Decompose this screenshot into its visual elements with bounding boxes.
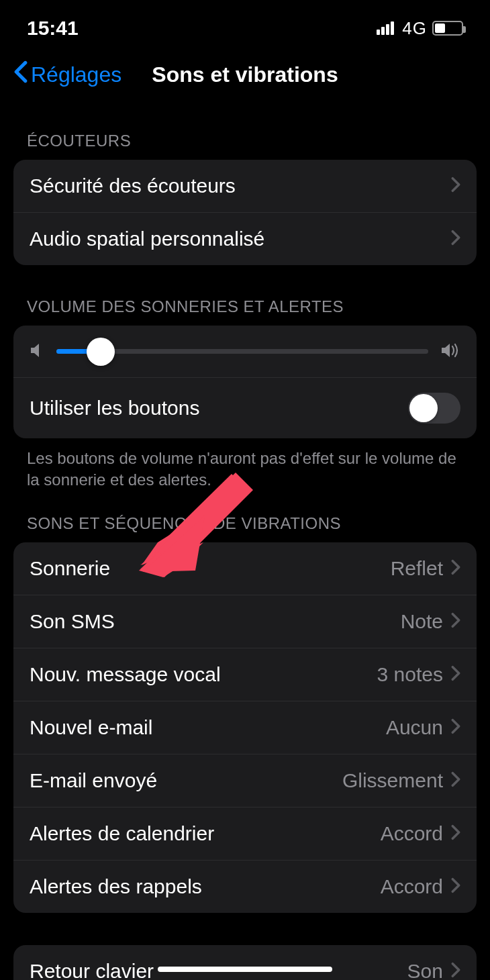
row-label: Utiliser les boutons: [30, 397, 199, 420]
row-voicemail[interactable]: Nouv. message vocal 3 notes: [13, 648, 477, 701]
status-right: 4G: [377, 18, 463, 39]
row-ringtone[interactable]: Sonnerie Reflet: [13, 542, 477, 595]
row-reminder-alerts[interactable]: Alertes des rappels Accord: [13, 860, 477, 913]
section-header-volume: VOLUME DES SONNERIES ET ALERTES: [13, 265, 477, 326]
row-label: Sécurité des écouteurs: [30, 175, 236, 197]
chevron-right-icon: [451, 612, 460, 631]
back-label: Réglages: [31, 62, 121, 87]
group-keyboard: Retour clavier Son: [13, 945, 477, 980]
row-keyboard-feedback[interactable]: Retour clavier Son: [13, 945, 477, 980]
row-value: Son: [407, 960, 443, 980]
row-calendar-alerts[interactable]: Alertes de calendrier Accord: [13, 807, 477, 860]
row-label: Alertes des rappels: [30, 875, 202, 898]
row-label: Audio spatial personnalisé: [30, 228, 264, 250]
row-label: Alertes de calendrier: [30, 822, 214, 845]
row-value: Accord: [381, 822, 443, 845]
chevron-right-icon: [451, 877, 460, 896]
chevron-right-icon: [451, 559, 460, 578]
chevron-right-icon: [451, 230, 460, 248]
slider-thumb[interactable]: [87, 338, 115, 366]
row-value: Reflet: [391, 557, 443, 580]
row-label: E-mail envoyé: [30, 769, 157, 792]
row-new-mail[interactable]: Nouvel e-mail Aucun: [13, 701, 477, 754]
battery-icon: [432, 21, 463, 36]
nav-bar: Réglages Sons et vibrations: [0, 44, 490, 99]
row-label: Retour clavier: [30, 960, 154, 980]
section-footer-volume: Les boutons de volume n'auront pas d'eff…: [13, 438, 477, 491]
group-sounds: Sonnerie Reflet Son SMS Note Nouv. messa…: [13, 542, 477, 913]
row-label: Nouv. message vocal: [30, 663, 221, 686]
row-label: Son SMS: [30, 610, 115, 633]
row-label: Nouvel e-mail: [30, 716, 152, 739]
row-use-buttons: Utiliser les boutons: [13, 377, 477, 438]
chevron-right-icon: [451, 177, 460, 195]
group-headphones: Sécurité des écouteurs Audio spatial per…: [13, 160, 477, 265]
group-volume: Utiliser les boutons: [13, 326, 477, 438]
chevron-right-icon: [451, 718, 460, 737]
chevron-right-icon: [451, 962, 460, 980]
volume-slider[interactable]: [56, 349, 428, 354]
chevron-left-icon: [13, 60, 28, 89]
volume-low-icon: [30, 342, 44, 361]
row-value: 3 notes: [377, 663, 443, 686]
network-type: 4G: [402, 18, 427, 39]
home-indicator[interactable]: [158, 967, 332, 972]
back-button[interactable]: Réglages: [13, 60, 121, 89]
chevron-right-icon: [451, 824, 460, 843]
row-spatial-audio[interactable]: Audio spatial personnalisé: [13, 212, 477, 265]
page-title: Sons et vibrations: [152, 62, 338, 87]
row-value: Glissement: [342, 769, 443, 792]
cellular-signal-icon: [377, 21, 394, 35]
use-buttons-toggle[interactable]: [408, 393, 460, 424]
row-label: Sonnerie: [30, 557, 110, 580]
chevron-right-icon: [451, 771, 460, 790]
chevron-right-icon: [451, 665, 460, 684]
row-value: Accord: [381, 875, 443, 898]
row-headphone-safety[interactable]: Sécurité des écouteurs: [13, 160, 477, 212]
row-value: Aucun: [386, 716, 443, 739]
row-volume-slider: [13, 326, 477, 377]
volume-high-icon: [440, 342, 460, 361]
row-sent-mail[interactable]: E-mail envoyé Glissement: [13, 754, 477, 807]
row-value: Note: [401, 610, 443, 633]
row-text-tone[interactable]: Son SMS Note: [13, 595, 477, 648]
status-bar: 15:41 4G: [0, 0, 490, 44]
section-header-headphones: ÉCOUTEURS: [13, 99, 477, 160]
section-header-sounds: SONS ET SÉQUENCES DE VIBRATIONS: [13, 491, 477, 542]
settings-content: ÉCOUTEURS Sécurité des écouteurs Audio s…: [0, 99, 490, 980]
status-time: 15:41: [27, 17, 79, 40]
